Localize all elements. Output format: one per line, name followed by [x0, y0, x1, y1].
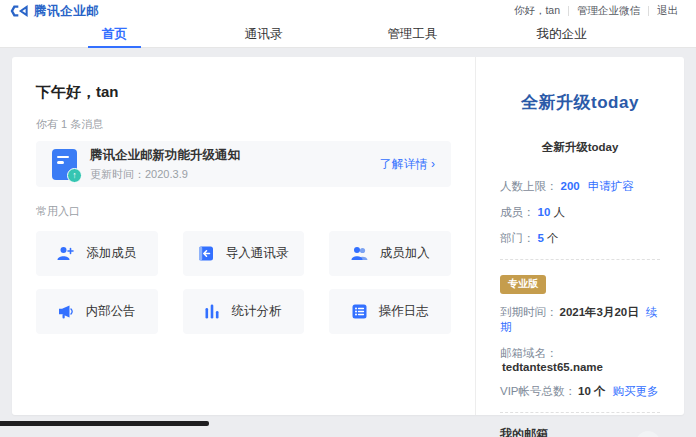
plan-expiry-row: 到期时间：2021年3月20日续期: [500, 305, 660, 335]
operation-log-icon: [352, 304, 367, 319]
nav-tabbar: 首页 通讯录 管理工具 我的企业: [0, 22, 696, 48]
shortcut-internal-announcement[interactable]: 内部公告: [36, 289, 158, 334]
notice-updated-time: 更新时间：2020.3.9: [90, 167, 367, 182]
members-icon: [351, 246, 368, 261]
manage-wechat-link[interactable]: 管理企业微信: [569, 4, 648, 18]
my-mailbox-section: 我的邮箱 kefu1@tedtantest65.name →: [500, 426, 660, 437]
upgrade-notice-row[interactable]: ↑ 腾讯企业邮新功能升级通知 更新时间：2020.3.9 了解详情 ›: [36, 141, 451, 187]
user-greeting-link[interactable]: 你好，tan: [506, 4, 568, 18]
shortcut-label: 操作日志: [379, 303, 429, 320]
import-contacts-icon: [199, 246, 214, 261]
top-header: 腾讯企业邮 你好，tan 管理企业微信 退出: [0, 0, 696, 22]
shortcuts-section-label: 常用入口: [36, 204, 451, 219]
greeting-text: 下午好，tan: [36, 83, 451, 102]
upgrade-banner-subtitle: 全新升级today: [500, 140, 660, 155]
tab-my-company[interactable]: 我的企业: [487, 22, 636, 47]
shortcut-label: 导入通讯录: [226, 245, 289, 262]
org-stats: 人数上限：200申请扩容 成员：10 人 部门：5 个: [500, 179, 660, 246]
apply-expand-link[interactable]: 申请扩容: [588, 180, 634, 192]
mailbox-title: 我的邮箱: [500, 426, 628, 437]
goto-mailbox-button[interactable]: →: [636, 431, 660, 437]
learn-more-link[interactable]: 了解详情 ›: [380, 156, 435, 173]
tab-home[interactable]: 首页: [40, 22, 189, 47]
tab-admin-tools-label: 管理工具: [374, 22, 452, 46]
shortcut-add-member[interactable]: 添加成员: [36, 231, 158, 276]
logo-text: 腾讯企业邮: [34, 3, 99, 20]
shortcut-member-join[interactable]: 成员加入: [329, 231, 451, 276]
plan-vip-row: VIP帐号总数：10 个购买更多: [500, 384, 660, 399]
tab-my-company-label: 我的企业: [523, 22, 601, 46]
tab-contacts-label: 通讯录: [231, 22, 297, 46]
exmail-logo-icon: [10, 4, 29, 18]
announcement-icon: [58, 305, 74, 319]
notice-title: 腾讯企业邮新功能升级通知: [90, 147, 367, 164]
stat-member-limit: 人数上限：200申请扩容: [500, 179, 660, 194]
divider: [500, 412, 660, 413]
side-column: 全新升级today 全新升级today 人数上限：200申请扩容 成员：10 人…: [475, 57, 684, 415]
shortcut-statistics[interactable]: 统计分析: [183, 289, 305, 334]
bottom-dark-bar: [0, 421, 209, 426]
stat-departments: 部门：5 个: [500, 231, 660, 246]
upgrade-banner-title: 全新升级today: [500, 91, 660, 114]
logout-link[interactable]: 退出: [649, 4, 686, 18]
divider: [500, 259, 660, 260]
upgrade-doc-icon: ↑: [52, 149, 77, 180]
shortcut-operation-log[interactable]: 操作日志: [329, 289, 451, 334]
tab-admin-tools[interactable]: 管理工具: [338, 22, 487, 47]
message-count-text: 你有 1 条消息: [36, 117, 451, 132]
page-body: 下午好，tan 你有 1 条消息 ↑ 腾讯企业邮新功能升级通知 更新时间：202…: [0, 48, 696, 415]
shortcut-label: 添加成员: [86, 245, 136, 262]
stat-members: 成员：10 人: [500, 205, 660, 220]
upload-arrow-icon: ↑: [67, 168, 82, 183]
notice-texts: 腾讯企业邮新功能升级通知 更新时间：2020.3.9: [90, 147, 367, 182]
main-column: 下午好，tan 你有 1 条消息 ↑ 腾讯企业邮新功能升级通知 更新时间：202…: [12, 57, 475, 415]
plan-badge: 专业版: [500, 275, 546, 294]
shortcut-grid: 添加成员 导入通讯录: [36, 231, 451, 334]
person-add-icon: [57, 246, 74, 261]
buy-more-link[interactable]: 购买更多: [613, 385, 659, 397]
tab-contacts[interactable]: 通讯录: [189, 22, 338, 47]
shortcut-label: 统计分析: [231, 303, 281, 320]
chevron-right-icon: ›: [431, 157, 435, 171]
dashboard-card: 下午好，tan 你有 1 条消息 ↑ 腾讯企业邮新功能升级通知 更新时间：202…: [12, 57, 684, 415]
exmail-logo[interactable]: 腾讯企业邮: [10, 3, 99, 20]
mailbox-texts: 我的邮箱 kefu1@tedtantest65.name: [500, 426, 628, 437]
plan-domain-row: 邮箱域名：tedtantest65.name: [500, 346, 660, 373]
tab-home-label: 首页: [88, 22, 141, 48]
header-links: 你好，tan 管理企业微信 退出: [506, 4, 686, 18]
bar-chart-icon: [205, 304, 219, 319]
shortcut-label: 成员加入: [380, 245, 430, 262]
shortcut-label: 内部公告: [86, 303, 136, 320]
shortcut-import-contacts[interactable]: 导入通讯录: [183, 231, 305, 276]
